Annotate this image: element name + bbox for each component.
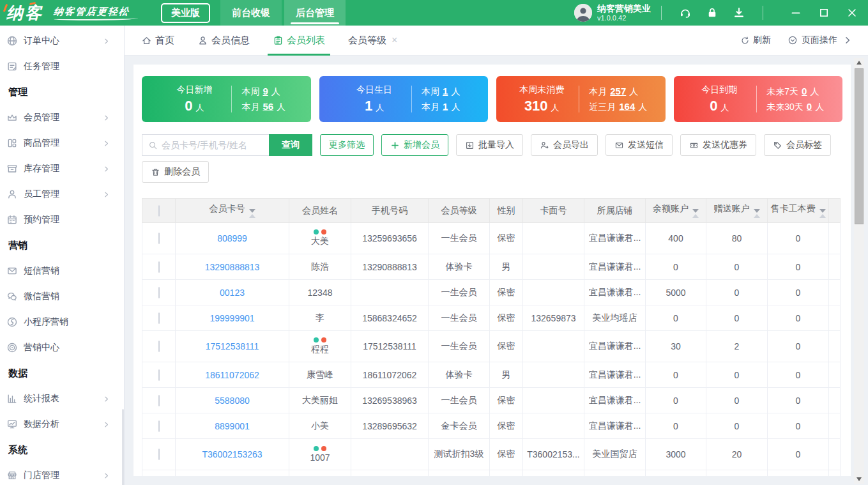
- member-card-link[interactable]: 8899001: [215, 421, 250, 431]
- col-header-gift_balance[interactable]: 赠送账户: [706, 199, 768, 223]
- member-card-link[interactable]: 13290888813: [205, 262, 260, 272]
- btn-label: 会员导出: [553, 139, 589, 151]
- sort-carets[interactable]: [754, 209, 760, 218]
- member-card-link[interactable]: 00123: [220, 288, 245, 298]
- sidebar-item-员工管理[interactable]: 员工管理: [0, 181, 124, 207]
- row-checkbox[interactable]: [158, 261, 160, 273]
- btn-发送优惠券[interactable]: 发送优惠券: [680, 134, 756, 156]
- maximize-button[interactable]: [818, 7, 830, 19]
- cell-level: 体验卡: [429, 362, 490, 388]
- detail-label: 未来7天: [766, 86, 798, 96]
- sidebar-item-营销中心[interactable]: 营销中心: [0, 335, 124, 360]
- sidebar-item-会员管理[interactable]: 会员管理: [0, 105, 124, 130]
- topnav-前台收银[interactable]: 前台收银: [220, 0, 282, 26]
- table-row: 13290888813陈浩13290888813体验卡男宜昌谦谦君...000: [142, 254, 841, 280]
- col-header-balance[interactable]: 余额账户: [646, 199, 706, 223]
- member-card-link[interactable]: 5588080: [215, 396, 250, 406]
- cell-level: 一生会员: [429, 305, 490, 331]
- scroll-down-arrow[interactable]: [854, 475, 864, 484]
- sidebar-item-订单中心[interactable]: 订单中心: [0, 28, 124, 54]
- cell-phone: 13269538963: [351, 388, 429, 413]
- page-actions-button[interactable]: 页面操作: [788, 35, 857, 46]
- row-checkbox[interactable]: [158, 233, 160, 244]
- sidebar-item-预约管理[interactable]: 预约管理: [0, 207, 124, 233]
- row-checkbox[interactable]: [158, 420, 160, 432]
- divider: [756, 86, 757, 112]
- tag-icon: [773, 141, 782, 150]
- detail-label: 本月: [589, 86, 607, 96]
- sidebar-item-商品管理[interactable]: 商品管理: [0, 130, 124, 156]
- tab-会员等级[interactable]: 会员等级×: [348, 26, 397, 56]
- sidebar-scrollbar-thumb[interactable]: [122, 409, 124, 485]
- scroll-up-arrow[interactable]: [854, 58, 864, 67]
- search-button[interactable]: 查询: [269, 134, 312, 156]
- row-checkbox[interactable]: [158, 395, 160, 406]
- sidebar-item-库存管理[interactable]: 库存管理: [0, 156, 124, 181]
- topnav-后台管理[interactable]: 后台管理: [284, 0, 346, 26]
- sidebar-item-统计报表[interactable]: 统计报表: [0, 386, 124, 412]
- sidebar-item-数据分析[interactable]: 数据分析: [0, 412, 124, 437]
- row-checkbox[interactable]: [158, 369, 160, 381]
- btn-发送短信[interactable]: 发送短信: [605, 134, 673, 156]
- tab-首页[interactable]: 首页: [141, 26, 174, 56]
- sort-carets[interactable]: [819, 209, 826, 218]
- row-checkbox[interactable]: [158, 312, 160, 324]
- sidebar-item-短信营销[interactable]: 短信营销: [0, 258, 124, 284]
- sidebar-item-小程序营销[interactable]: 小程序营销: [0, 309, 124, 335]
- scrollbar-thumb[interactable]: [855, 68, 864, 224]
- vertical-scrollbar[interactable]: [854, 58, 864, 484]
- search-input[interactable]: [162, 140, 263, 150]
- row-checkbox-cell: [142, 280, 176, 305]
- member-card-link[interactable]: T36002153263: [202, 449, 262, 459]
- btn-删除会员[interactable]: 删除会员: [142, 161, 209, 183]
- cell-empty: [176, 470, 289, 477]
- lock-button[interactable]: [706, 6, 719, 19]
- stat-cards: 今日新增0人本周9人本月56人今日生日1人本周1人本月1人本周未消费310人本月…: [142, 76, 842, 122]
- member-card-link[interactable]: 18611072062: [205, 370, 259, 380]
- cell-phone: [351, 439, 429, 470]
- miniprogram-icon: [6, 316, 18, 328]
- tab-会员信息[interactable]: 会员信息: [197, 26, 250, 56]
- btn-label: 删除会员: [164, 166, 200, 178]
- sort-carets[interactable]: [692, 209, 699, 218]
- close-button[interactable]: [846, 7, 858, 19]
- member-card-link[interactable]: 808999: [217, 233, 247, 243]
- refresh-button[interactable]: 刷新: [740, 35, 771, 46]
- row-checkbox[interactable]: [158, 449, 160, 460]
- tab-会员列表[interactable]: 会员列表: [273, 26, 325, 56]
- download-button[interactable]: [733, 6, 745, 19]
- member-name: 大美: [289, 236, 351, 247]
- member-name: 李: [289, 312, 351, 324]
- col-header-card_no[interactable]: 会员卡号: [176, 199, 289, 223]
- sidebar-item-门店管理[interactable]: 门店管理: [0, 463, 124, 485]
- avatar[interactable]: [574, 4, 592, 22]
- btn-会员标签[interactable]: 会员标签: [764, 134, 831, 156]
- btn-更多筛选[interactable]: 更多筛选: [320, 134, 374, 156]
- btn-批量导入[interactable]: 批量导入: [456, 134, 523, 156]
- content-area: 今日新增0人本周9人本月56人今日生日1人本周1人本月1人本周未消费310人本月…: [125, 56, 868, 485]
- divider: [661, 6, 662, 20]
- sort-desc-icon: [692, 209, 699, 213]
- cell-balance: 30: [646, 331, 706, 362]
- member-card-link[interactable]: 17512538111: [206, 341, 259, 351]
- minimize-button[interactable]: [790, 7, 802, 19]
- customer-service-button[interactable]: [679, 6, 692, 19]
- btn-会员导出[interactable]: 会员导出: [531, 134, 598, 156]
- stat-card-title: 今日生日: [347, 84, 402, 96]
- row-checkbox[interactable]: [158, 341, 160, 352]
- sidebar-item-任务管理[interactable]: 任务管理: [0, 54, 124, 79]
- cell-filler: [829, 305, 841, 331]
- chevron-right-icon: [102, 395, 110, 403]
- edition-button[interactable]: 美业版: [161, 3, 210, 23]
- col-header-card_fee[interactable]: 售卡工本费: [768, 199, 829, 223]
- chevron-right-icon: [102, 139, 110, 148]
- close-tab-icon[interactable]: ×: [392, 35, 397, 45]
- sidebar-item-微信营销[interactable]: 微信营销: [0, 284, 124, 309]
- sort-carets[interactable]: [249, 209, 255, 218]
- cell-card_face: [523, 280, 584, 305]
- select-all-checkbox[interactable]: [158, 205, 160, 217]
- btn-新增会员[interactable]: 新增会员: [381, 134, 448, 156]
- cell-card_no: 17512538111: [176, 331, 289, 362]
- member-card-link[interactable]: 199999901: [209, 313, 254, 323]
- row-checkbox[interactable]: [158, 287, 160, 298]
